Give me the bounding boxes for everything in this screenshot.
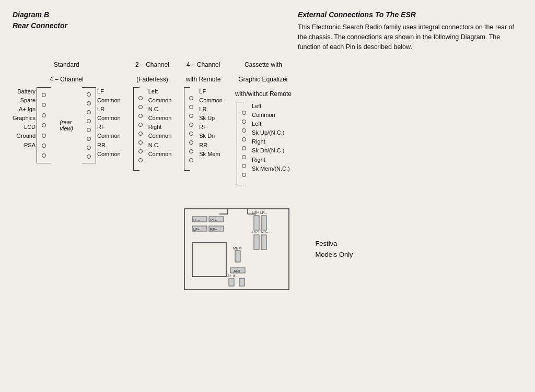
pin-dot bbox=[42, 123, 46, 127]
pin-row bbox=[187, 129, 196, 138]
pin-dot bbox=[242, 137, 246, 141]
rear-view-label: (rearview) bbox=[60, 119, 73, 132]
festiva-label: Festiva Models Only bbox=[315, 239, 353, 260]
svg-rect-20 bbox=[235, 251, 240, 262]
pin-row bbox=[84, 152, 94, 161]
pin-dot bbox=[87, 146, 91, 150]
svg-rect-15 bbox=[261, 216, 266, 230]
four-ch-right-labels: LF Common LR Sk Up RF Sk Dn RR Sk Mem bbox=[198, 87, 223, 158]
pin-row bbox=[239, 108, 249, 117]
pin-row bbox=[239, 117, 249, 126]
pin-dot bbox=[87, 110, 91, 114]
pin-dot bbox=[242, 120, 246, 124]
festiva-diagram-svg: LF– RF– LF+ RF+ LR+ LR– RR+ RR– MEM ANT bbox=[182, 206, 294, 292]
external-connections: External Connections To The ESR This Ele… bbox=[298, 9, 522, 52]
pin-dot bbox=[87, 101, 91, 105]
pin-dot bbox=[189, 149, 193, 153]
svg-rect-18 bbox=[261, 235, 266, 250]
pin-dot bbox=[189, 140, 193, 145]
svg-rect-17 bbox=[254, 235, 259, 250]
festiva-label-line1: Festiva bbox=[315, 239, 353, 250]
svg-rect-14 bbox=[254, 216, 259, 230]
pin-row bbox=[84, 134, 94, 143]
std-right-labels: LF Common LR Common RF Common RR Common bbox=[96, 87, 121, 158]
pin-row bbox=[136, 129, 145, 138]
svg-text:RF+: RF+ bbox=[210, 228, 217, 231]
pin-dot bbox=[42, 153, 46, 158]
cassette-pin-col bbox=[237, 107, 251, 180]
two-channel-connector: 2 – Channel(Faderless) bbox=[133, 61, 172, 171]
std-left-pin-col bbox=[37, 87, 51, 163]
pin-row bbox=[39, 141, 49, 150]
bracket-top-left bbox=[184, 87, 190, 92]
svg-text:A+      IL: A+ IL bbox=[227, 274, 236, 278]
svg-text:RF–: RF– bbox=[210, 218, 217, 222]
cassette-connector: Cassette with Graphic Equalizer with/wit… bbox=[235, 61, 292, 185]
pin-dot bbox=[242, 146, 246, 150]
pin-dot bbox=[42, 144, 46, 148]
pin-row bbox=[187, 138, 196, 147]
svg-rect-1 bbox=[228, 209, 248, 214]
ec-description: This Electronic Search Radio family uses… bbox=[298, 22, 522, 52]
pin-dot bbox=[138, 123, 143, 127]
pin-row bbox=[84, 99, 94, 108]
ec-title: External Connections To The ESR bbox=[298, 9, 522, 20]
pin-row bbox=[136, 111, 145, 120]
pin-row bbox=[239, 135, 249, 144]
pin-dot bbox=[138, 114, 143, 118]
pin-dot bbox=[189, 105, 193, 109]
connectors-row: Standard4 – Channel Battery Spare A+ Ign… bbox=[13, 61, 522, 185]
pin-row bbox=[136, 120, 145, 129]
pin-row bbox=[187, 102, 196, 111]
four-channel-connector: 4 – Channelwith Remote bbox=[184, 61, 223, 171]
pin-row bbox=[239, 161, 249, 170]
pin-row bbox=[187, 111, 196, 120]
pin-dot bbox=[242, 111, 246, 115]
pin-dot bbox=[189, 96, 193, 100]
std-left-labels: Battery Spare A+ Ign Graphics LCD Ground… bbox=[13, 87, 37, 149]
pin-row bbox=[187, 147, 196, 156]
standard-connector: Standard4 – Channel Battery Spare A+ Ign… bbox=[13, 61, 121, 163]
pin-row bbox=[84, 125, 94, 134]
header-area: Diagram B Rear Connector External Connec… bbox=[13, 9, 522, 52]
pin-row bbox=[239, 170, 249, 179]
pin-row bbox=[239, 152, 249, 161]
four-channel-title: 4 – Channelwith Remote bbox=[186, 61, 221, 83]
diagram-subtitle: Rear Connector bbox=[13, 20, 67, 31]
pin-dot bbox=[242, 155, 246, 159]
std-right-pin-col bbox=[82, 87, 96, 163]
pin-row bbox=[39, 90, 49, 99]
pin-dot bbox=[87, 92, 91, 97]
pin-row bbox=[39, 111, 49, 120]
diagram-label: Diagram B bbox=[13, 9, 67, 20]
pin-dot bbox=[242, 128, 246, 133]
pin-row bbox=[187, 156, 196, 164]
pin-row bbox=[84, 143, 94, 152]
bracket-bottom-left bbox=[237, 180, 243, 185]
pin-row bbox=[39, 131, 49, 140]
svg-rect-25 bbox=[229, 278, 234, 286]
svg-rect-26 bbox=[239, 278, 245, 286]
pin-dot bbox=[87, 128, 91, 132]
standard-title: Standard4 – Channel bbox=[50, 61, 84, 83]
cassette-right-labels: Left Common Left Sk Up/(N.C.) Right Sk D… bbox=[251, 102, 290, 173]
pin-row bbox=[136, 93, 145, 102]
pin-dot bbox=[138, 158, 143, 162]
svg-text:LF+: LF+ bbox=[193, 228, 200, 231]
bracket-bottom-left bbox=[184, 165, 190, 171]
two-channel-title: 2 – Channel(Faderless) bbox=[135, 61, 169, 83]
pin-dot bbox=[138, 96, 143, 100]
pin-row bbox=[239, 126, 249, 135]
pin-row bbox=[239, 144, 249, 152]
pin-dot bbox=[87, 119, 91, 123]
cassette-title: Cassette with Graphic Equalizer with/wit… bbox=[235, 61, 292, 98]
std-middle: (rearview) bbox=[51, 87, 82, 163]
pin-dot bbox=[138, 140, 143, 145]
two-ch-pin-col bbox=[133, 92, 147, 165]
pin-dot bbox=[42, 134, 46, 138]
pin-row bbox=[84, 116, 94, 125]
pin-dot bbox=[42, 113, 46, 117]
pin-row bbox=[187, 93, 196, 102]
pin-row bbox=[39, 151, 49, 160]
bracket-top-left bbox=[133, 87, 139, 92]
